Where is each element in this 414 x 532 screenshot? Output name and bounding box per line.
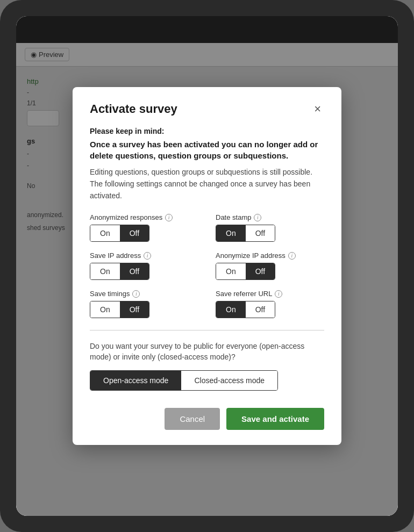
toggle-off-save-referrer-url[interactable]: Off: [246, 301, 275, 318]
toggle-label-date-stamp: Date stamp i: [216, 213, 324, 221]
toggle-on-date-stamp[interactable]: On: [216, 225, 246, 241]
toggle-on-save-timings[interactable]: On: [90, 301, 120, 318]
closed-access-mode-button[interactable]: Closed-access mode: [181, 371, 277, 390]
toggle-label-save-referrer-url: Save referrer URL i: [216, 290, 324, 298]
toggle-group-save-ip-address: Save IP address i On Off: [90, 251, 198, 280]
toggle-switch-anonymize-ip-address: On Off: [216, 263, 275, 280]
toggle-off-anonymized-responses[interactable]: Off: [120, 225, 149, 241]
info-icon-anonymized-responses[interactable]: i: [165, 214, 173, 221]
info-icon-save-timings[interactable]: i: [132, 290, 140, 298]
toggle-group-date-stamp: Date stamp i On Off: [216, 213, 324, 242]
toggle-label-anonymized-responses: Anonymized responses i: [90, 213, 198, 221]
toggle-label-text: Save timings: [90, 290, 130, 298]
toggle-group-anonymize-ip-address: Anonymize IP address i On Off: [216, 251, 324, 280]
toggle-label-text: Save IP address: [90, 251, 141, 260]
info-icon-anonymize-ip-address[interactable]: i: [288, 252, 296, 260]
cancel-button[interactable]: Cancel: [165, 408, 220, 430]
access-label: Do you want your survey to be public for…: [90, 341, 324, 362]
toggle-switch-save-ip-address: On Off: [90, 263, 149, 280]
toggle-on-save-ip-address[interactable]: On: [90, 263, 120, 279]
toggle-group-anonymized-responses: Anonymized responses i On Off: [90, 213, 198, 242]
toggle-off-save-timings[interactable]: Off: [120, 301, 149, 318]
device-frame: ◉ Preview http - 1/1 gs - - No anonymize…: [0, 0, 414, 532]
toggle-on-save-referrer-url[interactable]: On: [216, 301, 246, 318]
access-mode-toggle: Open-access mode Closed-access mode: [90, 370, 278, 391]
toggle-label-text: Anonymize IP address: [216, 251, 285, 260]
notice-label: Please keep in mind:: [90, 127, 324, 135]
info-icon-date-stamp[interactable]: i: [254, 214, 261, 221]
modal-overlay: Activate survey × Please keep in mind: O…: [16, 16, 398, 516]
save-activate-button[interactable]: Save and activate: [226, 408, 324, 430]
toggle-switch-save-timings: On Off: [90, 301, 149, 318]
toggle-switch-date-stamp: On Off: [216, 225, 275, 242]
toggle-off-anonymize-ip-address[interactable]: Off: [246, 263, 275, 279]
divider: [90, 330, 324, 330]
info-icon-save-referrer-url[interactable]: i: [275, 290, 282, 298]
open-access-mode-button[interactable]: Open-access mode: [90, 371, 181, 390]
toggle-switch-save-referrer-url: On Off: [216, 301, 275, 318]
toggle-on-anonymized-responses[interactable]: On: [90, 225, 120, 241]
screen: ◉ Preview http - 1/1 gs - - No anonymize…: [16, 16, 398, 516]
toggle-grid: Anonymized responses i On Off Date stamp…: [90, 213, 324, 318]
toggle-label-save-timings: Save timings i: [90, 290, 198, 298]
toggle-off-save-ip-address[interactable]: Off: [120, 263, 149, 279]
toggle-group-save-timings: Save timings i On Off: [90, 290, 198, 318]
notice-text: Editing questions, question groups or su…: [90, 167, 324, 202]
toggle-off-date-stamp[interactable]: Off: [246, 225, 275, 241]
close-button[interactable]: ×: [311, 102, 324, 116]
toggle-switch-anonymized-responses: On Off: [90, 225, 149, 242]
toggle-group-save-referrer-url: Save referrer URL i On Off: [216, 290, 324, 318]
modal-header: Activate survey ×: [90, 102, 324, 116]
toggle-on-anonymize-ip-address[interactable]: On: [216, 263, 246, 279]
info-icon-save-ip-address[interactable]: i: [144, 252, 151, 260]
modal-footer: Cancel Save and activate: [90, 408, 324, 430]
toggle-label-text: Anonymized responses: [90, 213, 162, 221]
toggle-label-save-ip-address: Save IP address i: [90, 251, 198, 260]
toggle-label-text: Save referrer URL: [216, 290, 272, 298]
toggle-label-anonymize-ip-address: Anonymize IP address i: [216, 251, 324, 260]
activate-survey-modal: Activate survey × Please keep in mind: O…: [73, 87, 341, 444]
modal-title: Activate survey: [90, 102, 177, 116]
notice-bold: Once a survey has been activated you can…: [90, 139, 324, 161]
toggle-label-text: Date stamp: [216, 213, 251, 221]
